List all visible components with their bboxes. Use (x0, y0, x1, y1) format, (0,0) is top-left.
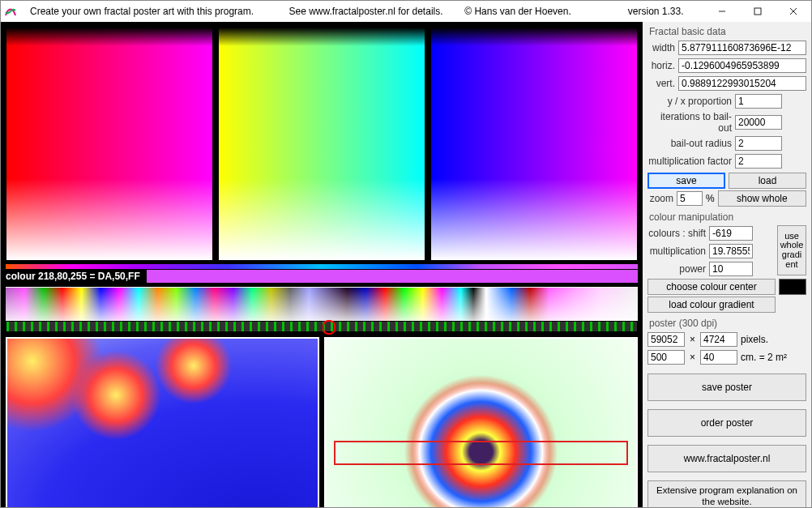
colour-picker-blue-magenta[interactable] (430, 27, 638, 261)
control-panel: Fractal basic data width horiz. vert. y … (643, 22, 811, 508)
load-button[interactable]: load (729, 173, 806, 189)
explanation-button[interactable]: Extensive program explanation on the web… (647, 480, 806, 508)
colour-picker-red-magenta[interactable] (6, 27, 213, 261)
poster-cm-width[interactable] (647, 350, 685, 365)
bailout-label: bail-out radius (647, 138, 732, 149)
gradient-spectrum[interactable] (6, 287, 638, 321)
iterations-input[interactable] (735, 115, 782, 130)
load-colour-gradient-button[interactable]: load colour gradient (647, 297, 776, 313)
multfactor-label: multiplication factor (647, 156, 732, 167)
poster-pixels-height[interactable] (700, 332, 737, 347)
power-input[interactable] (709, 262, 753, 276)
poster-pixels-width[interactable] (647, 332, 685, 347)
svg-rect-2 (754, 8, 761, 15)
colour-center-swatch (779, 279, 806, 295)
order-poster-button[interactable]: order poster (647, 409, 806, 437)
bailout-input[interactable] (735, 136, 782, 151)
app-icon (4, 5, 17, 18)
gradient-ticks[interactable] (6, 321, 638, 332)
times-icon-2: × (688, 352, 697, 363)
power-label: power (647, 263, 706, 275)
times-icon: × (688, 334, 697, 345)
minimize-button[interactable] (704, 1, 740, 22)
colour-readout: colour 218,80,255 = DA,50,FF (6, 271, 147, 282)
poster-selection-box[interactable] (334, 441, 628, 465)
shift-input[interactable] (709, 226, 753, 241)
titlebar: Create your own fractal poster art with … (1, 1, 811, 22)
poster-cm-height[interactable] (700, 350, 737, 365)
canvas-area: colour 218,80,255 = DA,50,FF (1, 22, 643, 508)
horiz-label: horiz. (647, 60, 675, 71)
zoom-percent: % (706, 193, 715, 204)
colourmult-label: multiplication (647, 245, 706, 257)
fractal-preview-right[interactable] (324, 337, 638, 508)
poster-heading: poster (300 dpi) (647, 317, 806, 330)
choose-colour-center-button[interactable]: choose colour center (647, 279, 776, 295)
website-button[interactable]: www.fractalposter.nl (647, 445, 806, 472)
vert-label: vert. (647, 78, 675, 89)
show-whole-button[interactable]: show whole (718, 190, 806, 207)
fractal-preview-left[interactable] (6, 337, 319, 508)
shift-label: colours : shift (647, 228, 706, 239)
zoom-input[interactable] (677, 191, 703, 206)
width-input[interactable] (678, 41, 806, 55)
width-label: width (647, 42, 675, 53)
iterations-label: iterations to bail-out (647, 111, 732, 134)
colour-heading: colour manipulation (647, 211, 806, 224)
save-poster-button[interactable]: save poster (647, 374, 806, 401)
yx-input[interactable] (735, 94, 782, 109)
vert-input[interactable] (678, 76, 806, 91)
basic-heading: Fractal basic data (647, 25, 806, 38)
pixels-unit: pixels. (741, 334, 768, 345)
colourmult-input[interactable] (709, 244, 753, 258)
window-title: Create your own fractal poster art with … (22, 6, 684, 17)
colour-picker-yellow-cyan[interactable] (218, 27, 425, 261)
cm-unit: cm. = 2 m² (741, 352, 787, 363)
close-button[interactable] (776, 1, 811, 22)
zoom-label: zoom (647, 193, 673, 204)
horiz-input[interactable] (678, 58, 806, 73)
yx-label: y / x proportion (647, 96, 732, 107)
maximize-button[interactable] (740, 1, 776, 22)
current-colour-swatch (147, 270, 638, 283)
multfactor-input[interactable] (735, 154, 782, 169)
save-button[interactable]: save (647, 173, 725, 189)
use-whole-gradient-button[interactable]: use whole gradi ent (777, 225, 806, 275)
